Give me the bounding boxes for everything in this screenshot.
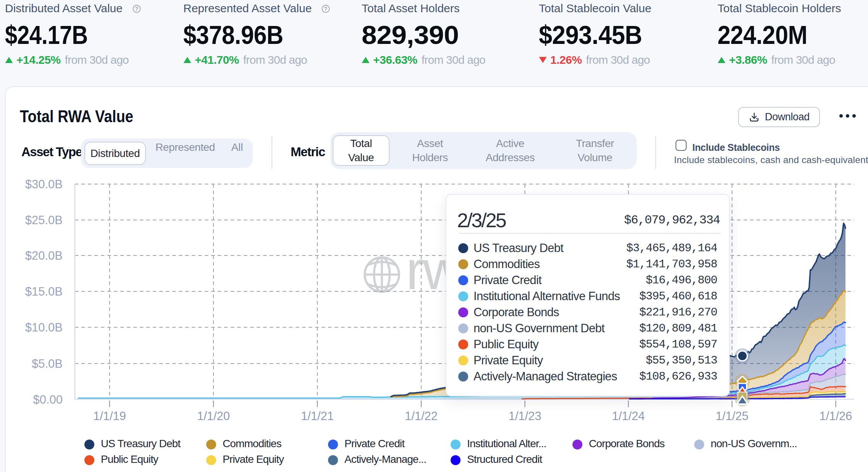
svg-text:1/1/21: 1/1/21: [301, 409, 334, 423]
svg-text:$5.0B: $5.0B: [32, 357, 63, 370]
svg-text:$15.0B: $15.0B: [25, 285, 63, 298]
svg-text:$25.0B: $25.0B: [25, 213, 63, 227]
svg-text:1/1/23: 1/1/23: [508, 409, 541, 423]
svg-text:1/1/24: 1/1/24: [612, 409, 645, 423]
svg-text:$0.00: $0.00: [33, 393, 63, 406]
svg-text:$10.0B: $10.0B: [25, 321, 63, 334]
svg-text:$30.0B: $30.0B: [25, 178, 63, 191]
svg-text:1/1/26: 1/1/26: [819, 409, 852, 423]
svg-text:1/1/19: 1/1/19: [93, 409, 126, 423]
svg-text:$20.0B: $20.0B: [25, 249, 63, 262]
svg-text:1/1/25: 1/1/25: [716, 409, 748, 423]
svg-text:1/1/22: 1/1/22: [405, 409, 438, 423]
svg-text:1/1/20: 1/1/20: [197, 409, 230, 423]
